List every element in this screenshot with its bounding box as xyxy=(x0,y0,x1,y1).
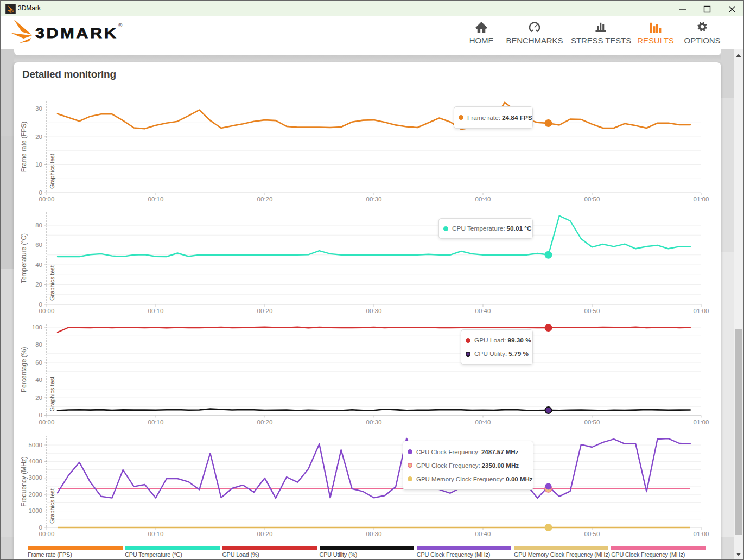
svg-text:00:30: 00:30 xyxy=(366,308,382,314)
svg-text:00:50: 00:50 xyxy=(584,531,600,537)
svg-text:00:40: 00:40 xyxy=(475,419,491,425)
svg-text:01:00: 01:00 xyxy=(694,419,709,425)
svg-text:100: 100 xyxy=(32,324,42,330)
svg-text:20: 20 xyxy=(35,133,42,140)
svg-text:01:00: 01:00 xyxy=(694,308,709,314)
svg-text:Graphics test: Graphics test xyxy=(49,377,55,412)
svg-text:00:10: 00:10 xyxy=(148,531,164,537)
svg-text:00:20: 00:20 xyxy=(257,196,273,202)
svg-text:30: 30 xyxy=(35,105,42,112)
svg-text:Graphics test: Graphics test xyxy=(49,488,55,524)
svg-text:00:50: 00:50 xyxy=(584,308,600,314)
svg-text:00:20: 00:20 xyxy=(257,419,273,425)
svg-text:00:20: 00:20 xyxy=(257,531,273,537)
svg-text:00:30: 00:30 xyxy=(366,531,382,537)
svg-text:20: 20 xyxy=(35,281,42,288)
svg-text:80: 80 xyxy=(35,341,42,348)
svg-text:00:50: 00:50 xyxy=(584,196,600,202)
svg-text:Frequency (MHz): Frequency (MHz) xyxy=(20,456,28,507)
svg-text:01:00: 01:00 xyxy=(694,196,709,202)
svg-text:10: 10 xyxy=(35,161,42,168)
svg-text:0: 0 xyxy=(39,412,42,418)
svg-text:Graphics test: Graphics test xyxy=(49,154,55,189)
svg-text:00:40: 00:40 xyxy=(475,196,491,202)
svg-text:00:00: 00:00 xyxy=(39,308,55,314)
svg-text:00:40: 00:40 xyxy=(475,308,491,314)
svg-text:00:30: 00:30 xyxy=(366,419,382,425)
svg-text:60: 60 xyxy=(35,359,42,366)
svg-text:5000: 5000 xyxy=(28,442,42,448)
svg-text:0: 0 xyxy=(39,301,42,308)
svg-text:2000: 2000 xyxy=(28,491,42,498)
svg-text:00:10: 00:10 xyxy=(148,308,164,314)
svg-text:3000: 3000 xyxy=(28,474,42,481)
svg-text:40: 40 xyxy=(35,377,42,383)
svg-text:00:10: 00:10 xyxy=(148,419,164,425)
svg-text:Graphics test: Graphics test xyxy=(49,265,55,301)
svg-text:Temperature (°C): Temperature (°C) xyxy=(20,233,28,283)
svg-text:80: 80 xyxy=(35,222,42,228)
svg-text:Frame rate (FPS): Frame rate (FPS) xyxy=(20,122,28,172)
svg-text:01:00: 01:00 xyxy=(694,531,709,537)
svg-text:00:00: 00:00 xyxy=(39,419,55,425)
svg-text:00:10: 00:10 xyxy=(148,196,164,202)
svg-text:0: 0 xyxy=(39,189,42,196)
svg-text:4000: 4000 xyxy=(28,458,42,464)
svg-text:1000: 1000 xyxy=(28,507,42,514)
svg-text:40: 40 xyxy=(35,262,42,268)
svg-text:00:40: 00:40 xyxy=(475,531,491,537)
svg-text:00:00: 00:00 xyxy=(39,196,55,202)
svg-text:Percentage (%): Percentage (%) xyxy=(20,347,28,392)
svg-text:00:30: 00:30 xyxy=(366,196,382,202)
svg-text:0: 0 xyxy=(39,524,42,531)
svg-text:00:00: 00:00 xyxy=(39,531,55,537)
svg-text:00:20: 00:20 xyxy=(257,308,273,314)
svg-text:20: 20 xyxy=(35,394,42,401)
svg-text:60: 60 xyxy=(35,241,42,248)
svg-text:00:50: 00:50 xyxy=(584,419,600,425)
